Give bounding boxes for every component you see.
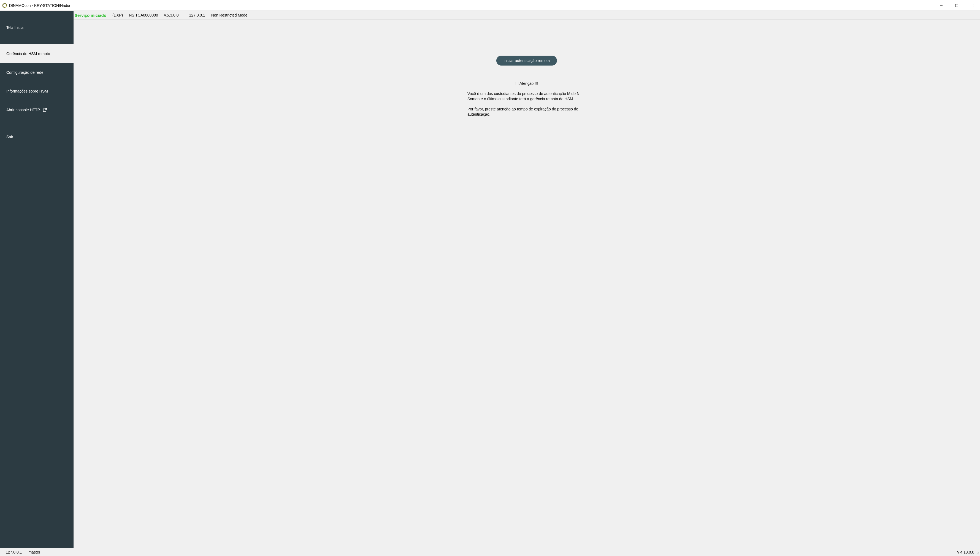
svg-point-11 (978, 554, 979, 555)
warning-paragraph-2: Por favor, preste atenção ao tempo de ex… (467, 107, 586, 117)
window-controls (933, 0, 980, 10)
sidebar-item-label: Configuração de rede (6, 70, 44, 74)
svg-point-12 (977, 554, 978, 555)
topbar-model: (DXP) (112, 13, 123, 17)
svg-point-8 (978, 553, 979, 553)
titlebar-title: DINAMOcon - KEY-STATION\Nadia (9, 3, 70, 8)
app-window: DINAMOcon - KEY-STATION\Nadia Tela Inici… (0, 0, 980, 556)
sidebar-item-sair[interactable]: Sair (0, 128, 74, 146)
titlebar-left: DINAMOcon - KEY-STATION\Nadia (2, 3, 70, 8)
sidebar: Tela Inicial Gerência do HSM remoto Conf… (0, 11, 74, 548)
resize-grip-icon[interactable] (976, 552, 979, 555)
svg-point-13 (976, 554, 977, 555)
svg-point-9 (978, 554, 979, 554)
app-icon (2, 3, 7, 8)
sidebar-item-label: Abrir console HTTP (6, 108, 40, 112)
svg-rect-3 (956, 4, 958, 6)
sidebar-item-configuracao-rede[interactable]: Configuração de rede (0, 63, 74, 82)
topbar-ip: 127.0.0.1 (189, 13, 205, 17)
statusbar-user: master (28, 550, 40, 554)
topbar: Serviço iniciado (DXP) NS TCA0000000 v.5… (74, 11, 980, 20)
sidebar-item-label: Informações sobre HSM (6, 89, 48, 93)
warning-title: !!! Atenção !!! (467, 81, 586, 86)
minimize-button[interactable] (933, 0, 949, 10)
svg-point-10 (977, 554, 978, 554)
topbar-mode: Non Restricted Mode (211, 13, 247, 17)
sidebar-item-abrir-console-http[interactable]: Abrir console HTTP (0, 100, 74, 119)
topbar-status: Serviço iniciado (74, 13, 106, 18)
sidebar-item-informacoes-hsm[interactable]: Informações sobre HSM (0, 82, 74, 100)
iniciar-autenticacao-remota-button[interactable]: Iniciar autenticação remota (496, 56, 557, 66)
titlebar: DINAMOcon - KEY-STATION\Nadia (0, 0, 980, 11)
message-block: !!! Atenção !!! Você é um dos custodiant… (467, 81, 586, 122)
main: Serviço iniciado (DXP) NS TCA0000000 v.5… (74, 11, 980, 548)
statusbar: 127.0.0.1 master v 4.13.0.0 (0, 548, 980, 556)
close-button[interactable] (964, 0, 980, 10)
topbar-serial: NS TCA0000000 (129, 13, 158, 17)
svg-line-7 (45, 108, 47, 110)
sidebar-item-gerencia-hsm-remoto[interactable]: Gerência do HSM remoto (0, 44, 74, 63)
sidebar-item-tela-inicial[interactable]: Tela Inicial (0, 11, 74, 44)
maximize-button[interactable] (949, 0, 964, 10)
topbar-version: v.5.3.0.0 (164, 13, 179, 17)
sidebar-item-label: Sair (6, 135, 13, 139)
content: Iniciar autenticação remota !!! Atenção … (74, 20, 980, 548)
external-link-icon (43, 108, 47, 112)
warning-paragraph-1: Você é um dos custodiantes do processo d… (467, 91, 586, 102)
sidebar-item-label: Gerência do HSM remoto (6, 52, 50, 56)
body: Tela Inicial Gerência do HSM remoto Conf… (0, 11, 980, 548)
sidebar-item-label: Tela Inicial (6, 25, 24, 30)
statusbar-ip: 127.0.0.1 (6, 550, 22, 554)
statusbar-divider (485, 548, 485, 556)
statusbar-left: 127.0.0.1 master (6, 550, 40, 554)
statusbar-version: v 4.13.0.0 (957, 550, 975, 554)
